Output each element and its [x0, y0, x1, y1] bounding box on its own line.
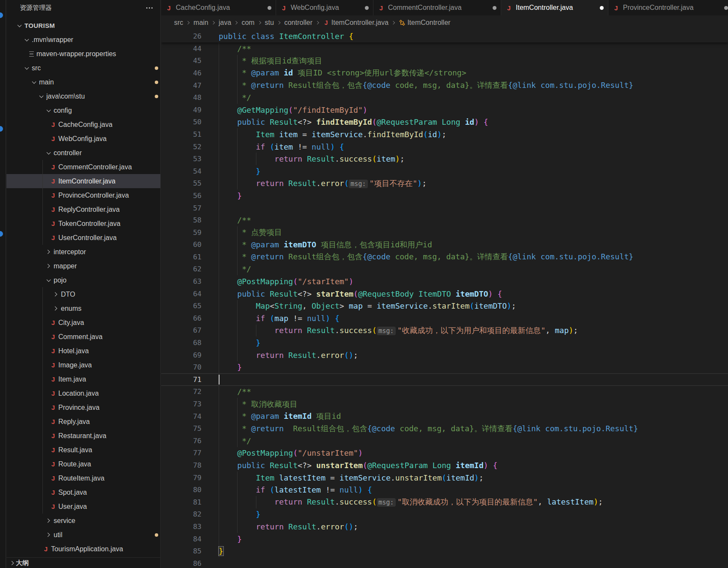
code-line-80[interactable]: 80 if (latestItem != null) { [161, 484, 728, 496]
explorer-item-result-java[interactable]: JResult.java [6, 443, 160, 457]
explorer-item-reply-java[interactable]: JReply.java [6, 415, 160, 429]
explorer-item-image-java[interactable]: JImage.java [6, 358, 160, 372]
code-line-58[interactable]: 58 /** [161, 214, 728, 226]
explorer-item-commentcontroller-java[interactable]: JCommentController.java [6, 160, 160, 174]
explorer-item-province-java[interactable]: JProvince.java [6, 400, 160, 415]
code-line-64[interactable]: 64 public Result<?> starItem(@RequestBod… [161, 288, 728, 300]
code-line-54[interactable]: 54 } [161, 165, 728, 177]
breadcrumb-item[interactable]: java [219, 19, 231, 27]
explorer-item-tourism[interactable]: TOURISM [6, 18, 160, 33]
tab-provincecontroller-java[interactable]: JProvinceController.java [608, 0, 728, 15]
code-line-66[interactable]: 66 if (map != null) { [161, 312, 728, 325]
breadcrumb-item[interactable]: stu [265, 19, 274, 27]
code-line-49[interactable]: 49 @GetMapping("/findItemById") [161, 104, 728, 116]
explorer-item-item-java[interactable]: JItem.java [6, 372, 160, 386]
dirty-dot-icon[interactable] [724, 6, 728, 10]
dirty-dot-icon[interactable] [600, 6, 604, 10]
code-line-61[interactable]: 61 * @return Result组合包，包含{@code code, ms… [161, 251, 728, 263]
explorer-item-enums[interactable]: enums [6, 301, 160, 316]
explorer-item-cacheconfig-java[interactable]: JCacheConfig.java [6, 117, 160, 132]
explorer-item--mvn-wrapper[interactable]: .mvn\wrapper [6, 33, 160, 47]
code-line-55[interactable]: 55 return Result.error(msg:"项目不存在"); [161, 177, 728, 190]
explorer-item-routeitem-java[interactable]: JRouteItem.java [6, 471, 160, 485]
explorer-item-maven-wrapper-properties[interactable]: maven-wrapper.properties [6, 47, 160, 61]
code-line-85[interactable]: 85} [161, 545, 728, 557]
explorer-item-webconfig-java[interactable]: JWebConfig.java [6, 132, 160, 146]
code-line-46[interactable]: 46 * @param id 项目ID <strong>使用url参数传递</s… [161, 67, 728, 79]
code-line-77[interactable]: 77 @PostMapping("/unstarItem") [161, 447, 728, 460]
code-line-72[interactable]: 72 /** [161, 386, 728, 398]
code-line-82[interactable]: 82 } [161, 508, 728, 521]
code-line-60[interactable]: 60 * @param itemDTO 项目信息，包含项目id和用户id [161, 239, 728, 251]
code-line-59[interactable]: 59 * 点赞项目 [161, 226, 728, 239]
code-line-50[interactable]: 50 public Result<?> findItemById(@Reques… [161, 116, 728, 129]
code-line-83[interactable]: 83 return Result.error(); [161, 520, 728, 533]
code-line-45[interactable]: 45 * 根据项目id查询项目 [161, 55, 728, 67]
breadcrumb-file[interactable]: JItemController.java [323, 19, 388, 27]
explorer-item-hotel-java[interactable]: JHotel.java [6, 344, 160, 358]
explorer-item-dto[interactable]: DTO [6, 287, 160, 301]
code-line-79[interactable]: 79 Item latestItem = itemService.unstarI… [161, 472, 728, 484]
explorer-item-restaurant-java[interactable]: JRestaurant.java [6, 429, 160, 443]
explorer-item-provincecontroller-java[interactable]: JProvinceController.java [6, 188, 160, 202]
dirty-dot-icon[interactable] [268, 6, 271, 10]
code-line-56[interactable]: 56 } [161, 189, 728, 202]
breadcrumb-item[interactable]: com [241, 19, 254, 27]
code-line-65[interactable]: 65 Map<String, Object> map = itemService… [161, 300, 728, 312]
explorer-item-location-java[interactable]: JLocation.java [6, 386, 160, 400]
code-line-48[interactable]: 48 */ [161, 91, 728, 104]
code-line-67[interactable]: 67 return Result.success(msg:"收藏成功，以下为用户… [161, 325, 728, 337]
explorer-item-java-com-stu[interactable]: java\com\stu [6, 89, 160, 103]
explorer-item-controller[interactable]: controller [6, 146, 160, 160]
code-line-73[interactable]: 73 * 取消收藏项目 [161, 398, 728, 410]
code-line-47[interactable]: 47 * @return Result组合包，包含{@code code, ms… [161, 79, 728, 92]
explorer-item-city-java[interactable]: JCity.java [6, 316, 160, 330]
explorer-item-user-java[interactable]: JUser.java [6, 499, 160, 514]
explorer-item-mapper[interactable]: mapper [6, 259, 160, 273]
explorer-item-spot-java[interactable]: JSpot.java [6, 485, 160, 499]
explorer-item-config[interactable]: config [6, 103, 160, 117]
explorer-item-pojo[interactable]: pojo [6, 273, 160, 287]
explorer-item-service[interactable]: service [6, 514, 160, 528]
tab-commentcontroller-java[interactable]: JCommentController.java [373, 0, 501, 15]
code-line-57[interactable]: 57 [161, 202, 728, 214]
explorer-item-replycontroller-java[interactable]: JReplyController.java [6, 202, 160, 216]
code-line-69[interactable]: 69 return Result.error(); [161, 349, 728, 361]
dirty-dot-icon[interactable] [493, 6, 496, 10]
code-line-53[interactable]: 53 return Result.success(item); [161, 153, 728, 165]
breadcrumb-item[interactable]: main [193, 19, 208, 27]
code-line-74[interactable]: 74 * @param itemId 项目id [161, 410, 728, 423]
code-line-68[interactable]: 68 } [161, 337, 728, 349]
sticky-scroll-line[interactable]: 26 public class ItemController { [161, 30, 728, 42]
code-line-75[interactable]: 75 * @return Result组合包，包含{@code code, ms… [161, 422, 728, 435]
code-line-44[interactable]: 44 /** [161, 42, 728, 55]
more-actions-icon[interactable] [144, 6, 154, 10]
breadcrumb-symbol[interactable]: ItemController [399, 19, 450, 27]
code-line-70[interactable]: 70 } [161, 361, 728, 373]
explorer-item-route-java[interactable]: JRoute.java [6, 457, 160, 471]
explorer-item-itemcontroller-java[interactable]: JItemController.java [6, 174, 160, 188]
breadcrumb-item[interactable]: controller [284, 19, 313, 27]
code-line-71[interactable]: 71 [161, 373, 728, 386]
tab-cacheconfig-java[interactable]: JCacheConfig.java [161, 0, 276, 15]
explorer-item-tokencontroller-java[interactable]: JTokenController.java [6, 216, 160, 231]
code-line-63[interactable]: 63 @PostMapping("/starItem") [161, 275, 728, 288]
code-line-62[interactable]: 62 */ [161, 263, 728, 276]
breadcrumb-item[interactable]: src [174, 19, 183, 27]
outline-section[interactable]: 大纲 [6, 557, 160, 568]
explorer-item-main[interactable]: main [6, 75, 160, 89]
code-line-51[interactable]: 51 Item item = itemService.findItemById(… [161, 128, 728, 141]
explorer-item-util[interactable]: util [6, 528, 160, 542]
code-line-86[interactable]: 86 [161, 557, 728, 568]
explorer-item-interceptor[interactable]: interceptor [6, 245, 160, 259]
code-line-76[interactable]: 76 */ [161, 435, 728, 447]
tab-itemcontroller-java[interactable]: JItemController.java [501, 0, 608, 15]
explorer-item-tourismapplication-java[interactable]: JTourismApplication.java [6, 542, 160, 556]
explorer-item-src[interactable]: src [6, 61, 160, 75]
code-line-52[interactable]: 52 if (item != null) { [161, 141, 728, 153]
code-line-81[interactable]: 81 return Result.success(msg:"取消收藏成功，以下为… [161, 496, 728, 508]
code-line-78[interactable]: 78 public Result<?> unstarItem(@RequestP… [161, 459, 728, 472]
tab-webconfig-java[interactable]: JWebConfig.java [276, 0, 373, 15]
dirty-dot-icon[interactable] [365, 6, 369, 10]
code-line-84[interactable]: 84 } [161, 533, 728, 545]
